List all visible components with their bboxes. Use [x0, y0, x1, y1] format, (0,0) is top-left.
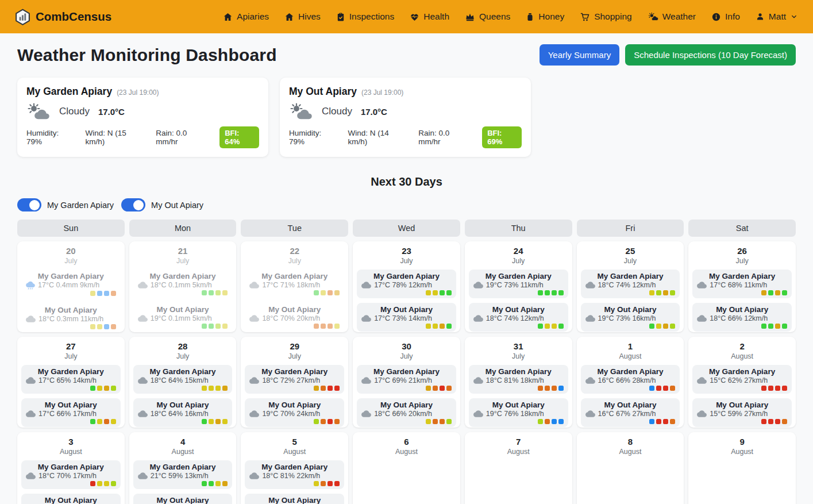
forecast-entry[interactable]: My Out Apiary 19°C 73% 16km/h: [581, 303, 680, 332]
nav-item-health[interactable]: Health: [410, 11, 449, 22]
nav-item-matt[interactable]: Matt: [756, 11, 798, 22]
forecast-entry[interactable]: My Garden Apiary 17°C 69% 21km/h: [357, 365, 456, 394]
bfi-dots: [697, 419, 787, 424]
forecast-entry[interactable]: My Out Apiary 18°C 66% 20km/h: [357, 398, 456, 427]
cloud-icon: [361, 410, 371, 417]
bfi-dot: [327, 419, 333, 424]
yearly-summary-button[interactable]: Yearly Summary: [540, 44, 619, 66]
entry-stats: 17°C 73% 14km/h: [374, 314, 432, 322]
forecast-entry[interactable]: My Out Apiary 17°C 66% 17km/h: [21, 398, 121, 427]
day-month: July: [21, 257, 121, 265]
bfi-dots: [585, 419, 676, 424]
nav-item-weather[interactable]: Weather: [648, 11, 696, 22]
forecast-entry[interactable]: My Out Apiary 19°C 70% 24km/h: [245, 398, 344, 427]
bfi-dots: [138, 324, 228, 329]
brand[interactable]: CombCensus: [15, 9, 111, 25]
forecast-entry[interactable]: My Garden Apiary 18°C 70% 17km/h: [21, 460, 121, 489]
forecast-entry[interactable]: My Garden Apiary 18°C 72% 27km/h: [245, 365, 344, 394]
bfi-dot: [761, 419, 766, 424]
day-month: August: [581, 448, 680, 456]
forecast-entry[interactable]: My Garden Apiary 17°C 71% 18km/h: [245, 270, 344, 298]
forecast-entry[interactable]: My Garden Apiary 19°C 73% 11km/h: [469, 270, 568, 298]
forecast-entry[interactable]: My Out Apiary 19°C 0.1mm 5km/h: [133, 303, 233, 332]
nav-item-honey[interactable]: Honey: [526, 11, 564, 22]
bfi-dot: [327, 324, 333, 329]
nav-item-info[interactable]: Info: [711, 11, 740, 22]
forecast-entry[interactable]: My Out Apiary 19°C 77% 22km/h: [245, 494, 344, 504]
honey-jar-icon: [526, 12, 534, 22]
cloud-icon: [249, 410, 259, 417]
forecast-entry[interactable]: My Out Apiary 17°C 73% 14km/h: [357, 303, 456, 332]
toggle-switch[interactable]: [121, 198, 145, 211]
bfi-dot: [90, 419, 95, 424]
forecast-entry[interactable]: My Garden Apiary 17°C 68% 11km/h: [692, 270, 792, 298]
schedule-inspections-button[interactable]: Schedule Inspections (10 Day Forecast): [625, 44, 796, 66]
forecast-entry[interactable]: My Garden Apiary 17°C 78% 12km/h: [357, 270, 456, 298]
forecast-entry[interactable]: My Garden Apiary 18°C 0.1mm 5km/h: [133, 270, 233, 298]
nav-item-label: Hives: [298, 11, 321, 22]
forecast-entry[interactable]: My Garden Apiary 17°C 0.4mm 9km/h: [21, 270, 121, 299]
bfi-dot: [663, 324, 668, 329]
cloud-icon: [361, 282, 371, 288]
cloud-icon: [585, 282, 595, 288]
bfi-dot: [649, 386, 654, 391]
navbar: CombCensus ApiariesHivesInspectionsHealt…: [0, 0, 813, 33]
nav-item-inspections[interactable]: Inspections: [336, 11, 394, 22]
cloud-icon: [585, 377, 595, 384]
forecast-entry[interactable]: My Garden Apiary 17°C 65% 14km/h: [21, 365, 121, 394]
day-month: August: [581, 352, 680, 360]
forecast-entry[interactable]: My Out Apiary 18°C 66% 12km/h: [692, 303, 792, 332]
entry-apiary-name: My Out Apiary: [585, 401, 676, 409]
nav-item-label: Queens: [479, 11, 510, 22]
forecast-entry[interactable]: My Garden Apiary 16°C 66% 28km/h: [581, 365, 680, 394]
day-month: August: [692, 448, 792, 456]
bfi-dots: [473, 290, 564, 295]
nav-item-queens[interactable]: Queens: [465, 11, 510, 22]
forecast-entry[interactable]: My Out Apiary 18°C 0.3mm 11km/h: [21, 303, 121, 332]
forecast-entry[interactable]: My Out Apiary 19°C 72% 18km/h: [21, 494, 121, 504]
forecast-entry[interactable]: My Garden Apiary 21°C 59% 13km/h: [133, 460, 233, 489]
cloud-icon: [249, 282, 259, 288]
forecast-entry[interactable]: My Out Apiary 15°C 59% 27km/h: [692, 398, 792, 427]
nav-item-apiaries[interactable]: Apiaries: [223, 11, 269, 22]
entry-stats: 18°C 64% 15km/h: [151, 376, 209, 384]
forecast-entry[interactable]: My Out Apiary 19°C 76% 18km/h: [469, 398, 568, 427]
bfi-dot: [663, 290, 668, 295]
bfi-dot: [334, 419, 340, 424]
apiary-name: My Out Apiary: [289, 86, 357, 98]
day-number: 1: [581, 341, 680, 352]
forecast-entry[interactable]: My Out Apiary 21°C 61% 17km/h: [133, 494, 233, 504]
forecast-entry[interactable]: My Garden Apiary 18°C 81% 22km/h: [245, 460, 344, 489]
forecast-entry[interactable]: My Garden Apiary 18°C 64% 15km/h: [133, 365, 233, 394]
bfi-dot: [545, 290, 550, 295]
toggle-switch[interactable]: [17, 198, 41, 211]
day-cell: 7August: [465, 432, 572, 504]
entry-stats: 19°C 76% 18km/h: [486, 410, 544, 418]
forecast-entry[interactable]: My Out Apiary 18°C 70% 20km/h: [245, 303, 344, 332]
bfi-dot: [768, 386, 773, 391]
cloud-icon: [697, 410, 707, 417]
day-number: 29: [245, 341, 344, 352]
bfi-dot: [670, 419, 675, 424]
condition-label: Cloudy: [59, 106, 90, 117]
bfi-dots: [473, 324, 564, 329]
cloud-icon: [473, 410, 483, 417]
entry-apiary-name: My Garden Apiary: [26, 367, 116, 376]
forecast-entry[interactable]: My Garden Apiary 18°C 74% 12km/h: [581, 270, 680, 298]
forecast-entry[interactable]: My Out Apiary 16°C 67% 27km/h: [581, 398, 680, 427]
forecast-entry[interactable]: My Garden Apiary 15°C 62% 27km/h: [692, 365, 792, 394]
nav-item-shopping[interactable]: Shopping: [580, 11, 632, 22]
rain-value: Rain: 0.0 mm/hr: [418, 129, 469, 146]
bfi-dots: [473, 386, 564, 391]
forecast-entry[interactable]: My Out Apiary 18°C 64% 16km/h: [133, 398, 233, 427]
forecast-entry[interactable]: My Garden Apiary 18°C 81% 18km/h: [469, 365, 568, 394]
nav-item-hives[interactable]: Hives: [284, 11, 321, 22]
bfi-dot: [104, 291, 109, 296]
entry-apiary-name: My Out Apiary: [138, 401, 228, 409]
bfi-dot: [111, 419, 116, 424]
bfi-dot: [558, 386, 564, 391]
forecast-entry[interactable]: My Out Apiary 18°C 74% 12km/h: [469, 303, 568, 332]
bfi-dot: [538, 386, 543, 391]
day-month: July: [357, 352, 456, 360]
entry-stats: 17°C 78% 12km/h: [374, 281, 432, 289]
